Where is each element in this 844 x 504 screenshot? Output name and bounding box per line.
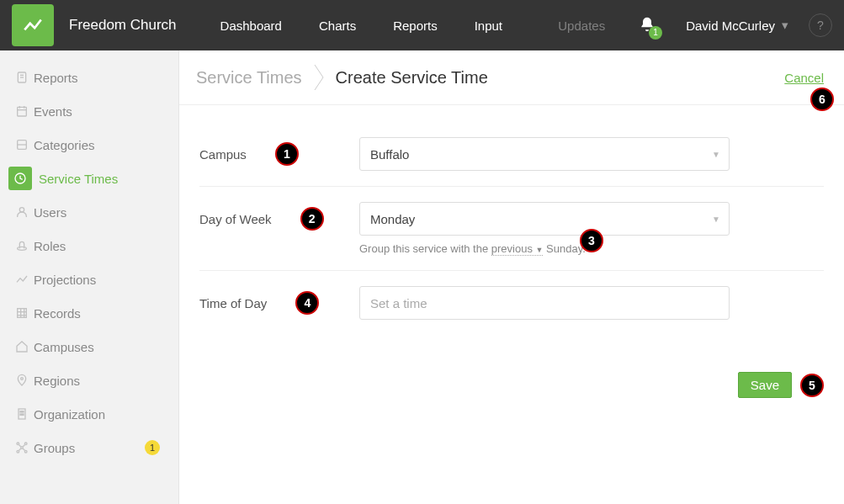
svg-rect-12: [18, 309, 27, 318]
sidebar-item-label: Campuses: [34, 340, 94, 354]
annotation-1: 1: [275, 142, 299, 166]
svg-rect-3: [18, 107, 27, 116]
svg-point-24: [17, 443, 19, 445]
chevron-down-icon: ▾: [782, 18, 788, 33]
nav-reports[interactable]: Reports: [374, 0, 456, 50]
breadcrumb: Service Times Create Service Time Cancel…: [179, 50, 844, 105]
save-button[interactable]: Save: [738, 372, 792, 398]
sidebar-item-categories[interactable]: Categories: [0, 128, 178, 162]
grouping-dropdown[interactable]: previous ▼: [491, 242, 544, 256]
help-button[interactable]: ?: [809, 13, 832, 37]
dow-label: Day of Week: [199, 212, 272, 226]
dropdown-icon: ▼: [712, 150, 720, 159]
annotation-6: 6: [810, 88, 834, 111]
sidebar-item-events[interactable]: Events: [0, 94, 178, 128]
chart-icon: [10, 273, 34, 286]
svg-line-30: [19, 448, 21, 450]
pin-icon: [10, 374, 34, 387]
nav-dashboard[interactable]: Dashboard: [202, 0, 300, 50]
campus-select[interactable]: Buffalo ▼: [359, 137, 730, 171]
sidebar-item-label: Reports: [34, 71, 78, 85]
dropdown-icon: ▼: [712, 215, 720, 224]
grouping-hint: Group this service with the previous ▼ S…: [359, 242, 730, 255]
sidebar-item-label: Categories: [34, 138, 95, 152]
svg-rect-19: [20, 411, 21, 412]
campus-label: Campus: [199, 147, 247, 162]
breadcrumb-current: Create Service Time: [336, 68, 488, 88]
sidebar-item-projections[interactable]: Projections: [0, 263, 178, 296]
svg-line-28: [19, 445, 21, 447]
sidebar-item-label: Regions: [34, 374, 80, 388]
svg-point-25: [24, 443, 27, 445]
svg-point-23: [21, 447, 24, 449]
svg-line-31: [23, 448, 24, 450]
nav-charts[interactable]: Charts: [300, 0, 374, 50]
app-name[interactable]: Freedom Church: [69, 17, 177, 34]
sidebar-item-label: Records: [34, 306, 81, 321]
chevron-right-icon: [314, 64, 324, 91]
sidebar-item-service-times[interactable]: Service Times: [0, 162, 178, 195]
sidebar-item-label: Events: [34, 104, 72, 119]
svg-point-27: [24, 450, 27, 453]
user-name: David McCurley: [686, 19, 775, 33]
grid-icon: [10, 306, 34, 320]
annotation-2: 2: [300, 207, 324, 231]
sidebar-item-organization[interactable]: Organization: [0, 397, 178, 431]
user-icon: [10, 205, 34, 219]
sidebar-item-label: Organization: [34, 407, 105, 422]
tod-label: Time of Day: [199, 296, 267, 310]
svg-rect-20: [23, 411, 24, 412]
dow-row: Day of Week 2 Monday ▼ Group this servic…: [199, 187, 824, 271]
main-content: Service Times Create Service Time Cancel…: [179, 50, 844, 504]
user-menu[interactable]: David McCurley ▾: [671, 18, 804, 33]
dow-select[interactable]: Monday ▼: [359, 202, 730, 236]
annotation-4: 4: [295, 291, 319, 315]
annotation-5: 5: [800, 374, 824, 397]
sidebar-item-label: Users: [34, 205, 66, 220]
svg-point-10: [19, 208, 24, 212]
groups-badge: 1: [145, 440, 160, 455]
nav-input[interactable]: Input: [456, 0, 521, 50]
cancel-link[interactable]: Cancel: [784, 71, 824, 85]
clock-icon: [8, 167, 32, 190]
campus-row: Campus 1 Buffalo ▼: [199, 122, 824, 187]
reports-icon: [10, 71, 34, 84]
tod-row: Time of Day 4: [199, 271, 824, 335]
sidebar-item-regions[interactable]: Regions: [0, 363, 178, 397]
topbar: Freedom Church Dashboard Charts Reports …: [0, 0, 844, 50]
svg-point-11: [18, 247, 27, 250]
sidebar-item-campuses[interactable]: Campuses: [0, 330, 178, 363]
svg-point-26: [17, 450, 19, 453]
form-actions: Save 5: [179, 352, 844, 398]
sidebar-item-users[interactable]: Users: [0, 195, 178, 229]
svg-rect-22: [23, 414, 24, 415]
app-logo[interactable]: [12, 4, 54, 46]
sidebar-item-label: Projections: [34, 273, 96, 287]
home-icon: [10, 340, 34, 353]
sidebar-item-reports[interactable]: Reports: [0, 61, 178, 94]
sidebar-item-label: Service Times: [39, 172, 118, 186]
sidebar: Reports Events Categories Service Times …: [0, 50, 179, 504]
annotation-3: 3: [580, 229, 603, 252]
svg-line-29: [23, 445, 24, 447]
notification-badge: 1: [649, 26, 662, 40]
sidebar-item-roles[interactable]: Roles: [0, 229, 178, 263]
sidebar-item-records[interactable]: Records: [0, 296, 178, 330]
dow-value: Monday: [370, 212, 415, 226]
sidebar-item-label: Groups: [34, 441, 75, 455]
svg-point-17: [21, 378, 24, 380]
hat-icon: [10, 239, 34, 252]
categories-icon: [10, 138, 34, 151]
breadcrumb-parent[interactable]: Service Times: [196, 68, 302, 88]
svg-rect-21: [20, 414, 21, 415]
network-icon: [10, 441, 34, 454]
nav-updates[interactable]: Updates: [539, 0, 624, 50]
sidebar-item-label: Roles: [34, 239, 66, 253]
notifications-button[interactable]: 1: [624, 16, 671, 35]
sidebar-item-groups[interactable]: Groups 1: [0, 431, 178, 464]
campus-value: Buffalo: [370, 147, 409, 162]
tod-input[interactable]: [359, 286, 730, 320]
calendar-icon: [10, 104, 34, 118]
building-icon: [10, 407, 34, 421]
